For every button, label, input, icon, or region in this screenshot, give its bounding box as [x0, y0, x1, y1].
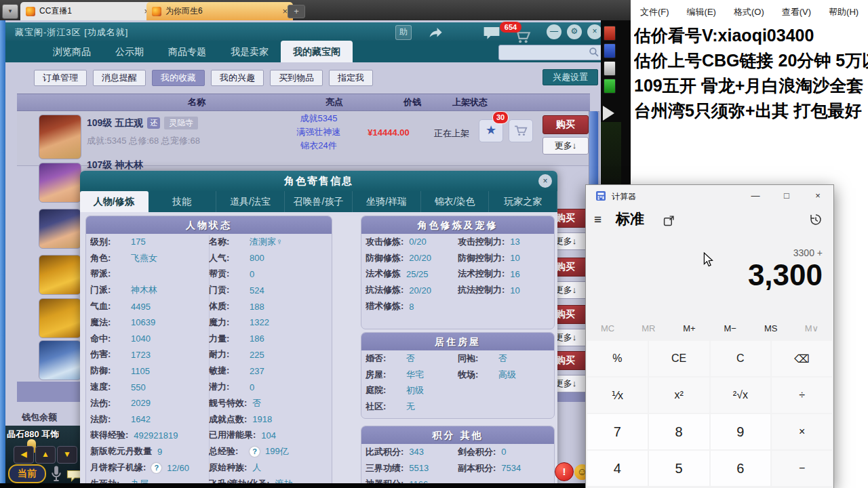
arrow-up-button[interactable]: ▲ [35, 446, 56, 464]
close-button[interactable]: × [587, 24, 602, 39]
more-button-row1[interactable]: 更多↓ [542, 137, 589, 155]
chat-icon[interactable] [483, 26, 500, 39]
character-avatar-6[interactable] [39, 340, 81, 380]
sub-tabs: 订单管理消息提醒我的收藏我的兴趣买到物品指定我 [34, 70, 373, 86]
subtab-指定我[interactable]: 指定我 [329, 70, 373, 86]
microphone-icon[interactable] [50, 465, 62, 483]
subtab-我的收藏[interactable]: 我的收藏 [152, 70, 205, 86]
history-icon[interactable] [810, 214, 822, 226]
dialog-tab-坐骑/祥瑞[interactable]: 坐骑/祥瑞 [353, 191, 421, 212]
subtab-消息提醒[interactable]: 消息提醒 [93, 70, 146, 86]
stat-row: 三界功绩:5513副本积分:7534 [361, 460, 554, 476]
calc-key-x²[interactable]: x² [649, 378, 709, 413]
share-icon[interactable] [427, 24, 445, 39]
nav-tab-我是卖家[interactable]: 我是卖家 [218, 41, 281, 62]
calc-key-%[interactable]: % [587, 341, 648, 376]
hamburger-menu-icon[interactable]: ≡ [594, 212, 601, 227]
keep-on-top-icon[interactable] [663, 215, 675, 226]
stat-value: 550 [131, 382, 146, 392]
stat-row: 法伤:2029靓号特效:否 [86, 395, 332, 411]
stat-row: 房屋:华宅牧场:高级 [361, 367, 554, 383]
arrow-left-button[interactable]: ◀ [14, 446, 34, 464]
calc-close-button[interactable]: × [802, 185, 833, 207]
dialog-tab-道具/法宝[interactable]: 道具/法宝 [216, 191, 285, 212]
arrow-down-button[interactable]: ▼ [57, 446, 77, 464]
menu-item-文件(F)[interactable]: 文件(F) [640, 6, 669, 18]
calc-key-6[interactable]: 6 [711, 451, 771, 486]
new-tab-button[interactable]: + [288, 5, 305, 18]
dialog-tab-技能[interactable]: 技能 [149, 191, 217, 212]
stat-label: 角色: [90, 252, 125, 264]
calc-key-×[interactable]: × [772, 414, 832, 449]
help-button[interactable]: 助 [395, 25, 412, 40]
notepad-lines[interactable]: 估价看号V:xiaoqi03400估价上号CBG链接 20分钟 5万以下109五… [634, 23, 868, 123]
calc-key-9[interactable]: 9 [711, 414, 771, 449]
dialog-tab-人物/修炼[interactable]: 人物/修炼 [80, 191, 149, 212]
scrollbar-thumb[interactable] [589, 111, 598, 192]
stat-left: 角色:飞燕女 [90, 252, 209, 264]
memory-button-M−[interactable]: M− [710, 321, 751, 337]
menu-item-查看(V)[interactable]: 查看(V) [782, 6, 811, 18]
menu-item-编辑(E)[interactable]: 编辑(E) [687, 6, 716, 18]
calc-key-C[interactable]: C [711, 341, 771, 376]
calc-key-÷[interactable]: ÷ [772, 378, 832, 413]
expand-arrow-icon[interactable] [603, 106, 614, 121]
stat-value: 10639 [131, 317, 155, 327]
calc-key-⅟x[interactable]: ⅟x [587, 378, 648, 413]
stat-label: 法术修炼 [366, 268, 401, 280]
browser-tab-1[interactable]: 为你而生6× [146, 2, 293, 20]
calc-key-CE[interactable]: CE [649, 341, 709, 376]
current-button[interactable]: 当前 [8, 464, 46, 483]
memory-button-M+[interactable]: M+ [669, 321, 709, 337]
subtab-我的兴趣[interactable]: 我的兴趣 [211, 70, 264, 86]
add-cart-button[interactable] [509, 119, 533, 142]
nav-tab-我的藏宝阁[interactable]: 我的藏宝阁 [281, 41, 353, 62]
dialog-close-icon[interactable]: × [538, 174, 552, 188]
calc-maximize-button[interactable]: □ [771, 185, 802, 207]
calc-key-⌫[interactable]: ⌫ [772, 341, 832, 376]
browser-tab-0[interactable]: CC直播1× [20, 2, 155, 20]
calc-key-−[interactable]: − [772, 451, 832, 486]
stat-row: 法防:1642成就点数:1918 [86, 411, 332, 428]
tab-close-icon[interactable]: × [282, 7, 288, 16]
calc-key-8[interactable]: 8 [649, 414, 709, 449]
subtab-买到物品[interactable]: 买到物品 [270, 70, 323, 86]
nav-tab-公示期[interactable]: 公示期 [103, 41, 156, 62]
nav-tab-浏览商品[interactable]: 浏览商品 [41, 41, 103, 62]
help-icon[interactable]: ? [151, 463, 161, 473]
memory-button-MR[interactable]: MR [628, 321, 669, 337]
dialog-tab-召唤兽/孩子[interactable]: 召唤兽/孩子 [285, 191, 353, 212]
stat-row: 法术修炼25/25法术控制力:16 [361, 266, 554, 283]
character-avatar-5[interactable] [39, 298, 81, 338]
nav-tab-商品专题[interactable]: 商品专题 [156, 41, 218, 62]
calc-minimize-button[interactable]: — [740, 185, 771, 207]
calc-key-5[interactable]: 5 [649, 451, 709, 486]
calc-key-7[interactable]: 7 [587, 414, 648, 449]
menu-item-格式(O)[interactable]: 格式(O) [734, 6, 764, 18]
help-icon[interactable]: ? [250, 447, 260, 457]
minimize-button[interactable]: — [547, 24, 561, 39]
memory-button-MS[interactable]: MS [751, 321, 791, 337]
calc-key-²√x[interactable]: ²√x [711, 378, 771, 413]
memory-button-MC[interactable]: MC [587, 321, 628, 337]
alert-icon[interactable]: ! [555, 462, 574, 481]
settings-gear-button[interactable]: ⚙ [567, 24, 582, 39]
column-header-3: 上架状态 [439, 94, 500, 110]
character-avatar-3[interactable] [39, 209, 81, 249]
interest-settings-button[interactable]: 兴趣设置 [542, 69, 598, 85]
memory-button-M∨[interactable]: M∨ [791, 321, 832, 337]
menu-item-帮助(H)[interactable]: 帮助(H) [829, 6, 859, 18]
search-icon[interactable] [589, 47, 599, 57]
dialog-tab-锦衣/染色[interactable]: 锦衣/染色 [421, 191, 490, 212]
dialog-tab-玩家之家[interactable]: 玩家之家 [489, 191, 557, 212]
calc-key-4[interactable]: 4 [587, 451, 648, 486]
buy-button-row1[interactable]: 购买 [542, 115, 589, 134]
window-menu-button[interactable]: ▾ [2, 4, 18, 19]
character-avatar-2[interactable] [39, 163, 81, 203]
subtab-订单管理[interactable]: 订单管理 [34, 70, 87, 86]
character-avatar-1[interactable] [39, 115, 81, 159]
stat-left: 级别:175 [90, 236, 209, 248]
stat-left: 速度:550 [90, 381, 209, 393]
search-input[interactable] [502, 46, 589, 59]
character-avatar-4[interactable] [39, 255, 81, 295]
